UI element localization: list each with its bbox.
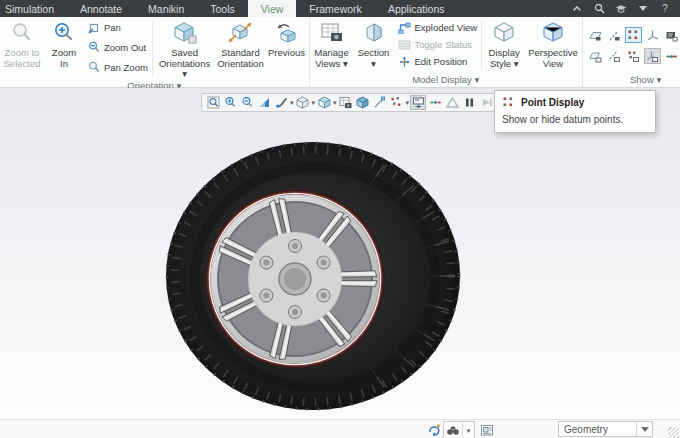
tab-annotate[interactable]: Annotate (67, 0, 135, 17)
find-icon[interactable] (444, 422, 462, 438)
zoom-out-button[interactable]: Zoom Out (88, 41, 148, 54)
tab-label: Manikin (148, 3, 184, 15)
perspective-view-icon (540, 19, 566, 47)
label-line: Orientation (217, 59, 263, 70)
datum-display-filters-icon[interactable] (410, 95, 426, 110)
geometry-preview-icon[interactable] (444, 95, 460, 110)
label-line: Selected (4, 59, 41, 70)
tab-bar-tools: ? (571, 0, 680, 17)
spin-center-icon[interactable] (427, 95, 443, 110)
group-show: ▾ Show ▾ (583, 17, 680, 87)
label: Pan Zoom (104, 62, 148, 73)
label-line: Style ▾ (490, 59, 519, 70)
resume-icon[interactable] (478, 95, 494, 110)
dropdown-caret-icon[interactable] (637, 3, 649, 15)
zoom-out-icon[interactable] (239, 95, 255, 110)
tab-view[interactable]: View (248, 0, 297, 17)
datum-display-icon[interactable] (389, 95, 405, 110)
refit-icon[interactable] (256, 95, 272, 110)
pan-zoom-stack: Pan Zoom Out Pan Zoom (85, 17, 151, 80)
exploded-view-icon (398, 22, 411, 34)
tab-label: Annotate (80, 3, 122, 15)
separator (152, 21, 153, 76)
ribbon-tab-bar: Simulation Annotate Manikin Tools View F… (0, 0, 680, 17)
section-button[interactable]: Section ▾ (353, 17, 395, 74)
edit-position-icon (398, 56, 411, 68)
saved-orientations-button[interactable]: Saved Orientations ▾ (154, 17, 216, 80)
annotation-display-icon[interactable] (372, 95, 388, 110)
zoom-out-icon (88, 41, 100, 53)
ribbon: Zoom to Selected Zoom In Pan Zoom Out (0, 17, 680, 88)
annotation-display-icon[interactable] (663, 27, 680, 43)
resource-center-icon[interactable] (615, 3, 627, 15)
minimize-ribbon-icon[interactable] (571, 3, 583, 15)
axis-tag-display-icon[interactable] (606, 48, 623, 64)
zoom-in-icon[interactable] (222, 95, 238, 110)
model-tree-icon[interactable] (479, 422, 495, 437)
datum-display-caret-icon[interactable]: ▾ (406, 99, 410, 106)
pan-button[interactable]: Pan (88, 21, 148, 34)
manage-views-button[interactable]: Manage Views ▾ (311, 17, 353, 74)
toolbar-toggle-icon[interactable] (427, 422, 441, 437)
exploded-stack: Exploded View Toggle Status Edit Positio… (395, 17, 481, 74)
label: Toggle Status (415, 39, 473, 50)
perspective-view-button[interactable]: Perspective View (525, 17, 581, 74)
group-label-model-display[interactable]: Model Display ▾ (311, 74, 581, 87)
tab-simulation[interactable]: Simulation (0, 0, 67, 17)
zoom-to-selected-icon (10, 19, 34, 47)
view-manager-icon[interactable] (338, 95, 354, 110)
plane-display-icon[interactable] (587, 27, 604, 43)
pan-zoom-button[interactable]: Pan Zoom (88, 61, 148, 74)
previous-view-button[interactable]: Previous (266, 17, 308, 80)
search-icon[interactable] (593, 3, 605, 15)
tab-label: Applications (388, 3, 445, 15)
previous-view-icon (274, 19, 300, 47)
in-graphics-toolbar: ▾ ▾ ▾ ▾ (201, 93, 498, 112)
graphics-viewport[interactable]: ▾ ▾ ▾ ▾ (0, 88, 680, 419)
label-line: Previous (268, 48, 305, 59)
display-style-button[interactable]: Display Style ▾ (483, 17, 525, 74)
shading-icon[interactable] (273, 95, 289, 110)
tab-applications[interactable]: Applications (375, 0, 458, 17)
point-tag-display-icon[interactable] (625, 48, 642, 64)
group-orientation: Zoom to Selected Zoom In Pan Zoom Out (0, 17, 310, 87)
pan-icon (88, 22, 100, 34)
point-display-icon[interactable] (625, 27, 642, 43)
saved-orientations-caret-icon[interactable]: ▾ (333, 99, 337, 106)
spin-center-icon[interactable] (663, 48, 680, 64)
shading-caret-icon[interactable]: ▾ (290, 99, 294, 106)
standard-orientation-button[interactable]: Standard Orientation (215, 17, 265, 80)
find-button-group: ▾ (443, 421, 475, 438)
axis-display-icon[interactable] (606, 27, 623, 43)
pause-icon[interactable] (461, 95, 477, 110)
selection-filter-select[interactable]: Geometry (558, 421, 653, 437)
zoom-fit-icon[interactable] (205, 95, 221, 110)
zoom-in-icon (52, 19, 76, 47)
plane-tag-display-icon[interactable] (587, 48, 604, 64)
status-bar: ▾ Geometry (0, 419, 680, 438)
tooltip-title: Point Display (521, 97, 584, 108)
csys-display-icon[interactable] (644, 27, 661, 43)
display-style-icon[interactable] (295, 95, 311, 110)
tab-tools[interactable]: Tools (197, 0, 248, 17)
zoom-in-button[interactable]: Zoom In (43, 17, 85, 80)
tab-framework[interactable]: Framework (296, 0, 375, 17)
toggle-status-button[interactable]: Toggle Status (398, 38, 478, 51)
perspective-icon[interactable] (355, 95, 371, 110)
label-line: ▾ (371, 59, 376, 70)
selection-filter-value: Geometry (559, 424, 636, 435)
tooltip-description: Show or hide datum points. (502, 114, 648, 125)
edit-position-button[interactable]: Edit Position (398, 55, 478, 68)
csys-tag-display-icon[interactable] (644, 48, 661, 64)
tab-manikin[interactable]: Manikin (135, 0, 197, 17)
saved-orientations-icon[interactable] (316, 95, 332, 110)
group-label-show[interactable]: Show ▾ (584, 74, 680, 87)
exploded-view-button[interactable]: Exploded View (398, 21, 478, 34)
zoom-to-selected-button[interactable]: Zoom to Selected (1, 17, 43, 80)
resize-grip[interactable] (668, 427, 679, 438)
find-caret-icon[interactable]: ▾ (462, 422, 474, 438)
help-icon[interactable]: ? (659, 3, 671, 15)
toggle-status-icon (398, 39, 411, 51)
label: Pan (104, 22, 121, 33)
display-style-caret-icon[interactable]: ▾ (312, 99, 316, 106)
